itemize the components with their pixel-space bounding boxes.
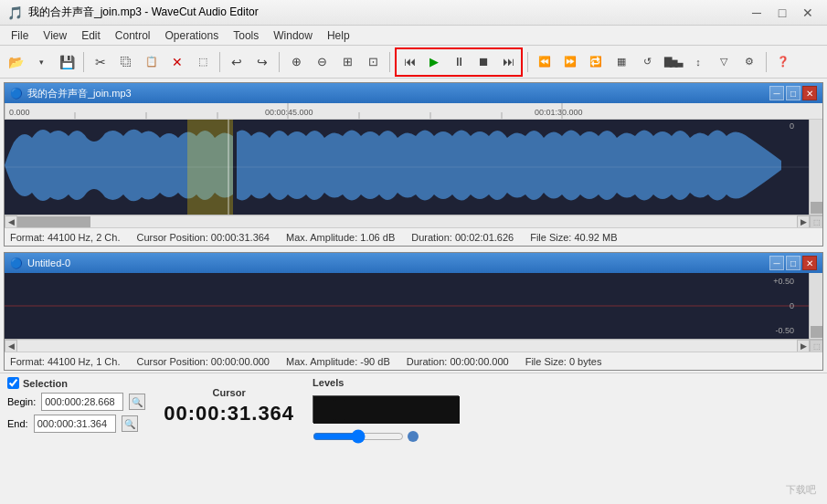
begin-time-input[interactable] <box>41 393 123 411</box>
sep4 <box>389 52 390 72</box>
wave-minimize-2[interactable]: ─ <box>769 256 784 270</box>
end-time-picker[interactable]: 🔍 <box>122 415 138 432</box>
wave-filename-1: 我的合并声音_join.mp3 <box>27 87 132 100</box>
title-bar-controls: ─ □ ✕ <box>745 4 820 22</box>
wave-canvas-1[interactable]: 0 <box>5 120 822 215</box>
close-button[interactable]: ✕ <box>796 4 820 22</box>
wave-maximize-1[interactable]: □ <box>786 86 800 100</box>
selection-begin-row: Begin: 🔍 <box>7 393 145 411</box>
menu-control[interactable]: Control <box>108 26 158 46</box>
wave-canvas-2[interactable]: +0.50 0 -0.50 <box>5 273 822 339</box>
fast-forward-button[interactable]: ⏩ <box>558 50 582 74</box>
sep1 <box>83 52 84 72</box>
paste-button[interactable]: 📋 <box>140 50 164 74</box>
amplitude-button[interactable]: ↕ <box>686 50 710 74</box>
selection-section: Selection Begin: 🔍 End: 🔍 <box>7 377 145 435</box>
levels-slider[interactable] <box>313 429 404 444</box>
copy-button[interactable]: ⿻ <box>114 50 138 74</box>
go-end-button[interactable]: ⏭ <box>496 50 520 74</box>
undo-button[interactable]: ↩ <box>225 50 249 74</box>
menu-help[interactable]: Help <box>320 26 357 46</box>
rewind-button[interactable]: ⏪ <box>533 50 557 74</box>
hscroll-track-1[interactable] <box>17 216 797 227</box>
wave-close-1[interactable]: ✕ <box>802 86 817 100</box>
open-dropdown-button[interactable]: ▾ <box>29 50 53 74</box>
wave-maximize-2[interactable]: □ <box>786 256 800 270</box>
resize-corner-1[interactable]: ⬚ <box>810 215 822 228</box>
begin-time-picker[interactable]: 🔍 <box>129 394 145 410</box>
hscroll-2: ◀ ▶ ⬚ <box>5 339 822 352</box>
wave-titlebar-2: 🔵 Untitled-0 ─ □ ✕ <box>5 253 822 273</box>
svg-rect-0 <box>5 103 822 120</box>
pause-button[interactable]: ⏸ <box>447 50 471 74</box>
save-button[interactable]: 💾 <box>55 50 79 74</box>
maximize-button[interactable]: □ <box>770 4 794 22</box>
transport-controls: ⏮ ▶ ⏸ ⏹ ⏭ <box>395 47 523 77</box>
selection-checkbox[interactable] <box>7 377 19 389</box>
zoom-in-button[interactable]: ⊕ <box>284 50 308 74</box>
end-time-input[interactable] <box>34 415 116 433</box>
silence-button[interactable]: ▇▅▃ <box>661 50 684 74</box>
hscroll-1: ◀ ▶ ⬚ <box>5 215 822 227</box>
cursor-section: Cursor 00:00:31.364 <box>164 377 294 435</box>
wave-status-2: Format: 44100 Hz, 1 Ch. Cursor Position:… <box>5 352 822 370</box>
spectrogram-button[interactable]: ▦ <box>610 50 633 74</box>
wave-controls-1: ─ □ ✕ <box>769 86 817 100</box>
wave-inner-1: 0 <box>5 120 809 215</box>
redo-button[interactable]: ↪ <box>250 50 274 74</box>
hscroll-left-1[interactable]: ◀ <box>5 215 17 228</box>
sep5 <box>527 52 528 72</box>
selection-end-row: End: 🔍 <box>7 415 145 433</box>
svg-text:0.000: 0.000 <box>9 108 30 117</box>
play-button[interactable]: ▶ <box>422 50 446 74</box>
vscroll-thumb-2[interactable] <box>811 326 822 338</box>
watermark: 下载吧 <box>786 483 816 497</box>
wave-close-2[interactable]: ✕ <box>802 256 817 270</box>
hscroll-right-2[interactable]: ▶ <box>797 340 810 352</box>
normalize-button[interactable]: ↺ <box>635 50 659 74</box>
stop-button[interactable]: ⏹ <box>472 50 495 74</box>
menu-view[interactable]: View <box>36 26 74 46</box>
menu-edit[interactable]: Edit <box>74 26 108 46</box>
menu-window[interactable]: Window <box>266 26 320 46</box>
hscroll-thumb-1[interactable] <box>17 216 90 227</box>
menu-file[interactable]: File <box>4 26 36 46</box>
help-button[interactable]: ❓ <box>771 50 795 74</box>
hscroll-track-2[interactable] <box>17 341 797 352</box>
hscroll-right-1[interactable]: ▶ <box>797 215 810 228</box>
wave-status-1: Format: 44100 Hz, 2 Ch. Cursor Position:… <box>5 227 822 246</box>
vscroll-1[interactable] <box>809 120 822 215</box>
sep3 <box>279 52 280 72</box>
new-open-button[interactable]: 📂 <box>4 50 27 74</box>
wave-icon-1: 🔵 <box>10 88 23 100</box>
effects-button[interactable]: ⚙ <box>737 50 761 74</box>
zoom-out-button[interactable]: ⊖ <box>310 50 334 74</box>
trim-button[interactable]: ⬚ <box>191 50 215 74</box>
zoom-all-button[interactable]: ⊡ <box>361 50 385 74</box>
loop-button[interactable]: 🔁 <box>584 50 608 74</box>
menu-bar: File View Edit Control Operations Tools … <box>0 26 827 46</box>
wave-minimize-1[interactable]: ─ <box>769 86 784 100</box>
menu-operations[interactable]: Operations <box>158 26 227 46</box>
menu-tools[interactable]: Tools <box>226 26 266 46</box>
minimize-button[interactable]: ─ <box>745 4 769 22</box>
levels-section: Levels <box>313 377 459 435</box>
go-start-button[interactable]: ⏮ <box>398 50 421 74</box>
app-icon: 🎵 <box>7 5 23 20</box>
cut-button[interactable]: ✂ <box>89 50 112 74</box>
delete-button[interactable]: ✕ <box>165 50 189 74</box>
hscroll-left-2[interactable]: ◀ <box>5 340 17 352</box>
db-label-1: 0 <box>790 121 794 131</box>
filter-button[interactable]: ▽ <box>712 50 736 74</box>
timeline-ruler-1: 0.000 00:00:45.000 00:01:30.000 <box>5 103 822 120</box>
resize-corner-2[interactable]: ⬚ <box>810 340 822 352</box>
vscroll-thumb-1[interactable] <box>811 202 822 214</box>
levels-indicator <box>408 431 419 442</box>
db-label-bot-2: -0.50 <box>775 326 794 335</box>
zoom-fit-button[interactable]: ⊞ <box>335 50 359 74</box>
wave-titlebar-1: 🔵 我的合并声音_join.mp3 ─ □ ✕ <box>5 83 822 103</box>
wave-cursor-2: Cursor Position: 00:00:00.000 <box>136 356 270 367</box>
sep2 <box>219 52 220 72</box>
vscroll-2[interactable] <box>809 273 822 339</box>
wave-filesize-1: File Size: 40.92 MB <box>530 232 617 243</box>
